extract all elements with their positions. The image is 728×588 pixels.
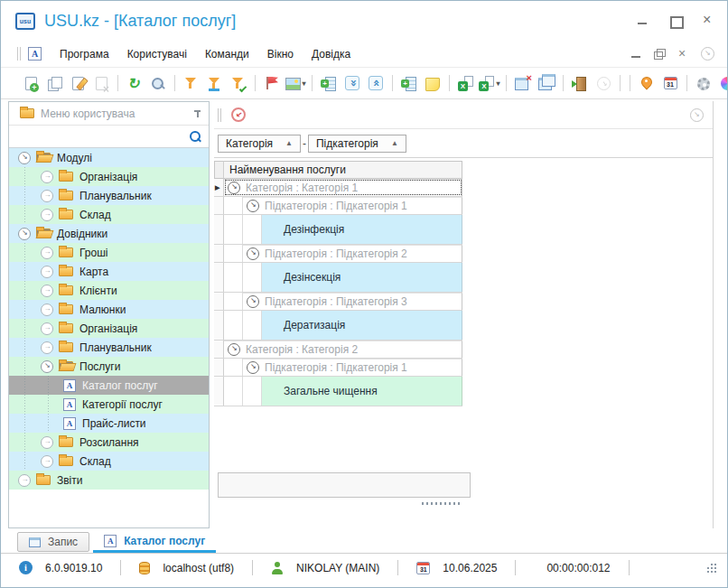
group-row-box[interactable]: Підкатегорія : Підкатегорія 1 <box>243 197 462 214</box>
tree-item-розсилання[interactable]: Розсилання <box>9 433 209 452</box>
refresh-button[interactable] <box>124 72 145 94</box>
close-all-windows-button[interactable]: × <box>536 72 557 94</box>
expand-node-icon[interactable] <box>41 303 53 316</box>
service-cell[interactable]: Дезінсекція <box>262 263 462 292</box>
tree-item-довідники[interactable]: Довідники <box>9 224 209 243</box>
tree-item-послуги[interactable]: Послуги <box>9 357 209 376</box>
export-excel-button[interactable] <box>455 72 477 94</box>
filter-apply-button[interactable] <box>228 72 249 94</box>
group-row-box[interactable]: Підкатегорія : Підкатегорія 1 <box>243 359 462 376</box>
grid-toolbar-drag-handle-icon[interactable] <box>218 108 221 122</box>
expand-node-icon[interactable] <box>41 209 53 221</box>
expand-node-icon[interactable] <box>41 285 53 297</box>
collapse-node-icon[interactable] <box>18 228 31 240</box>
copy-record-button[interactable] <box>43 72 65 94</box>
expand-node-icon[interactable] <box>41 171 53 183</box>
mdi-restore-button[interactable] <box>654 49 667 60</box>
menu-довідка[interactable]: Довідка <box>303 44 359 64</box>
collapse-group-icon[interactable] <box>247 200 259 212</box>
expand-table-button[interactable] <box>318 72 340 94</box>
theme-colors-button[interactable] <box>716 72 728 94</box>
filter-edit-button[interactable] <box>204 72 226 94</box>
tree-item-планувальник[interactable]: Планувальник <box>9 186 209 205</box>
group-row-box[interactable]: Підкатегорія : Підкатегорія 3 <box>243 293 462 310</box>
calendar-button[interactable]: 31 <box>659 72 681 94</box>
tree-item-прайс-листи[interactable]: AПрайс-листи <box>9 414 209 433</box>
collapse-group-icon[interactable] <box>247 295 259 308</box>
menu-вікно[interactable]: Вікно <box>258 44 303 64</box>
resize-grip-icon[interactable] <box>705 562 718 574</box>
tree-item-категорії-послуг[interactable]: AКатегорії послуг <box>9 395 209 414</box>
column-header-service-name[interactable]: Найменування послуги <box>224 161 462 179</box>
tree-item-модулі[interactable]: Модулі <box>9 148 209 167</box>
expand-node-icon[interactable] <box>41 322 53 335</box>
search-icon[interactable] <box>189 130 201 143</box>
tree-item-організація[interactable]: Організація <box>9 167 209 186</box>
settings-button[interactable] <box>693 72 714 94</box>
tab-каталог-послуг[interactable]: AКаталог послуг <box>93 531 216 553</box>
service-cell[interactable]: Дератизація <box>262 311 462 340</box>
location-button[interactable] <box>636 72 658 94</box>
grid-resize-grip-icon[interactable] <box>422 502 460 505</box>
group-row-box[interactable]: Категорія : Категорія 1 <box>224 179 462 196</box>
expand-node-icon[interactable] <box>41 455 53 468</box>
collapse-group-icon[interactable] <box>228 343 240 356</box>
group-by-subcategory[interactable]: Підкатегорія ▲ <box>308 135 406 153</box>
image-mode-button[interactable]: ▾ <box>285 72 306 94</box>
expand-all-button[interactable] <box>365 72 387 94</box>
collapse-group-icon[interactable] <box>247 361 259 374</box>
exit-button[interactable] <box>569 72 591 94</box>
tree-item-планувальник[interactable]: Планувальник <box>9 338 209 357</box>
sidebar-search[interactable] <box>9 126 209 148</box>
tree-item-склад[interactable]: Склад <box>9 452 209 471</box>
mdi-close-button[interactable] <box>677 49 690 60</box>
tab-запис[interactable]: Запис <box>17 532 89 552</box>
group-row-box[interactable]: Категорія : Категорія 2 <box>224 341 462 358</box>
tree-item-склад[interactable]: Склад <box>9 205 209 224</box>
group-by-category[interactable]: Категорія ▲ <box>218 135 301 153</box>
tree-item-організація[interactable]: Організація <box>9 319 209 338</box>
expand-node-icon[interactable] <box>41 266 53 278</box>
mdi-menu-dropdown-icon[interactable] <box>701 47 714 61</box>
tree-item-карта[interactable]: Карта <box>9 262 209 281</box>
revert-button[interactable] <box>228 104 249 126</box>
expand-node-icon[interactable] <box>41 341 53 354</box>
pin-icon[interactable] <box>193 109 201 118</box>
add-record-button[interactable] <box>20 72 42 94</box>
edit-record-button[interactable] <box>67 72 89 94</box>
note-button[interactable] <box>422 72 443 94</box>
filter-button[interactable] <box>181 72 202 94</box>
menubar-drag-handle-icon[interactable] <box>17 47 21 61</box>
menu-команди[interactable]: Команди <box>196 44 258 64</box>
flag-button[interactable] <box>261 72 283 94</box>
close-button[interactable] <box>702 15 714 26</box>
group-row-box[interactable]: Підкатегорія : Підкатегорія 2 <box>243 245 462 262</box>
minimize-button[interactable] <box>637 15 649 26</box>
import-excel-button[interactable]: ▾ <box>479 72 500 94</box>
menu-програма[interactable]: Програма <box>51 44 118 64</box>
collapse-group-icon[interactable] <box>228 182 240 194</box>
tree-item-клієнти[interactable]: Клієнти <box>9 281 209 300</box>
delete-record-button[interactable] <box>90 72 112 94</box>
collapse-group-icon[interactable] <box>247 247 259 260</box>
service-cell[interactable]: Дезінфекція <box>262 215 462 244</box>
expand-node-icon[interactable] <box>18 474 31 487</box>
collapse-node-icon[interactable] <box>18 152 31 164</box>
collapse-node-icon[interactable] <box>41 360 53 373</box>
toolbar-menu-button[interactable] <box>593 72 614 94</box>
service-cell[interactable]: Загальне чищення <box>262 377 462 406</box>
expand-node-icon[interactable] <box>41 436 53 449</box>
tree-item-каталог-послуг[interactable]: AКаталог послуг <box>9 376 209 395</box>
mdi-minimize-button[interactable] <box>630 49 643 60</box>
tree-item-звіти[interactable]: Звіти <box>9 471 209 490</box>
search-button[interactable] <box>147 72 169 94</box>
expand-node-icon[interactable] <box>41 190 53 202</box>
collapse-all-button[interactable] <box>341 72 363 94</box>
tree-item-гроші[interactable]: Гроші <box>9 243 209 262</box>
add-row-button[interactable] <box>398 72 420 94</box>
grid-toolbar-overflow-icon[interactable] <box>690 108 704 122</box>
maximize-button[interactable] <box>669 15 682 26</box>
expand-node-icon[interactable] <box>41 247 53 259</box>
close-window-button[interactable]: × <box>512 72 534 94</box>
menu-користувачі[interactable]: Користувачі <box>118 44 196 64</box>
